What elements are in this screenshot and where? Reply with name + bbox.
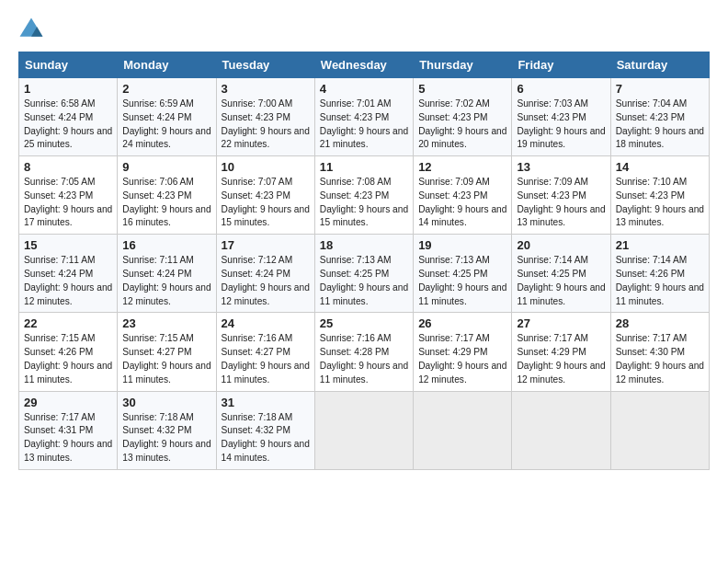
sunrise-label: Sunrise: 7:18 AM (222, 412, 293, 422)
calendar-cell: 21 Sunrise: 7:14 AM Sunset: 4:26 PM Dayl… (610, 235, 709, 313)
day-number: 24 (222, 316, 310, 330)
sunset-label: Sunset: 4:23 PM (320, 190, 389, 201)
daylight-label: Daylight: 9 hours and 24 minutes. (122, 126, 210, 150)
calendar-cell: 24 Sunrise: 7:16 AM Sunset: 4:27 PM Dayl… (216, 313, 314, 391)
sunrise-label: Sunrise: 7:02 AM (418, 98, 490, 109)
day-number: 2 (122, 82, 210, 96)
day-number: 7 (616, 82, 704, 96)
calendar-cell (314, 391, 413, 469)
day-number: 13 (517, 160, 605, 174)
daylight-label: Daylight: 9 hours and 11 minutes. (222, 361, 310, 385)
header-day-friday: Friday (512, 52, 610, 78)
day-info: Sunrise: 7:09 AM Sunset: 4:23 PM Dayligh… (517, 176, 605, 230)
day-info: Sunrise: 7:03 AM Sunset: 4:23 PM Dayligh… (517, 98, 605, 152)
daylight-label: Daylight: 9 hours and 13 minutes. (122, 439, 210, 463)
calendar-cell: 25 Sunrise: 7:16 AM Sunset: 4:28 PM Dayl… (314, 313, 413, 391)
sunrise-label: Sunrise: 7:10 AM (616, 177, 688, 187)
sunrise-label: Sunrise: 7:11 AM (122, 255, 194, 265)
calendar-week-4: 22 Sunrise: 7:15 AM Sunset: 4:26 PM Dayl… (19, 313, 710, 391)
day-info: Sunrise: 7:01 AM Sunset: 4:23 PM Dayligh… (320, 98, 408, 152)
day-info: Sunrise: 7:14 AM Sunset: 4:26 PM Dayligh… (616, 254, 704, 308)
calendar-cell: 7 Sunrise: 7:04 AM Sunset: 4:23 PM Dayli… (610, 78, 709, 156)
daylight-label: Daylight: 9 hours and 16 minutes. (122, 204, 210, 228)
day-info: Sunrise: 7:09 AM Sunset: 4:23 PM Dayligh… (418, 176, 506, 230)
day-info: Sunrise: 7:04 AM Sunset: 4:23 PM Dayligh… (616, 98, 704, 152)
logo-icon (18, 17, 44, 42)
sunset-label: Sunset: 4:23 PM (418, 190, 487, 201)
calendar-cell: 20 Sunrise: 7:14 AM Sunset: 4:25 PM Dayl… (512, 235, 610, 313)
day-info: Sunrise: 7:16 AM Sunset: 4:28 PM Dayligh… (320, 332, 408, 386)
day-info: Sunrise: 7:12 AM Sunset: 4:24 PM Dayligh… (222, 254, 310, 308)
sunrise-label: Sunrise: 7:01 AM (320, 98, 392, 109)
day-number: 4 (320, 82, 408, 96)
day-info: Sunrise: 7:07 AM Sunset: 4:23 PM Dayligh… (222, 176, 310, 230)
sunrise-label: Sunrise: 7:14 AM (517, 255, 588, 265)
day-number: 26 (418, 316, 506, 330)
calendar-week-5: 29 Sunrise: 7:17 AM Sunset: 4:31 PM Dayl… (19, 391, 710, 469)
calendar-week-3: 15 Sunrise: 7:11 AM Sunset: 4:24 PM Dayl… (19, 235, 710, 313)
sunrise-label: Sunrise: 7:09 AM (418, 177, 490, 187)
sunset-label: Sunset: 4:23 PM (320, 112, 389, 122)
sunset-label: Sunset: 4:23 PM (517, 112, 586, 122)
sunrise-label: Sunrise: 7:17 AM (418, 333, 490, 343)
calendar-week-2: 8 Sunrise: 7:05 AM Sunset: 4:23 PM Dayli… (19, 156, 710, 235)
sunrise-label: Sunrise: 7:18 AM (122, 412, 194, 422)
calendar-cell: 27 Sunrise: 7:17 AM Sunset: 4:29 PM Dayl… (512, 313, 610, 391)
daylight-label: Daylight: 9 hours and 13 minutes. (616, 204, 704, 228)
sunset-label: Sunset: 4:24 PM (122, 112, 191, 122)
sunset-label: Sunset: 4:23 PM (418, 112, 487, 122)
sunrise-label: Sunrise: 7:05 AM (24, 177, 96, 187)
logo (18, 17, 48, 42)
calendar-cell: 8 Sunrise: 7:05 AM Sunset: 4:23 PM Dayli… (19, 156, 118, 235)
sunrise-label: Sunrise: 7:00 AM (222, 98, 293, 109)
day-number: 23 (122, 316, 210, 330)
daylight-label: Daylight: 9 hours and 20 minutes. (418, 126, 506, 150)
sunset-label: Sunset: 4:29 PM (418, 347, 487, 357)
sunrise-label: Sunrise: 7:14 AM (616, 255, 688, 265)
sunset-label: Sunset: 4:28 PM (320, 347, 389, 357)
daylight-label: Daylight: 9 hours and 12 minutes. (122, 282, 210, 306)
daylight-label: Daylight: 9 hours and 25 minutes. (24, 126, 112, 150)
sunset-label: Sunset: 4:23 PM (222, 112, 290, 122)
day-number: 20 (517, 238, 605, 252)
calendar-cell: 2 Sunrise: 6:59 AM Sunset: 4:24 PM Dayli… (118, 78, 216, 156)
sunset-label: Sunset: 4:29 PM (517, 347, 586, 357)
day-number: 29 (24, 396, 112, 409)
sunset-label: Sunset: 4:23 PM (222, 190, 290, 201)
daylight-label: Daylight: 9 hours and 11 minutes. (517, 282, 605, 306)
calendar-cell: 30 Sunrise: 7:18 AM Sunset: 4:32 PM Dayl… (118, 391, 216, 469)
sunrise-label: Sunrise: 7:03 AM (517, 98, 588, 109)
day-number: 16 (122, 238, 210, 252)
calendar-cell: 9 Sunrise: 7:06 AM Sunset: 4:23 PM Dayli… (118, 156, 216, 235)
day-info: Sunrise: 7:13 AM Sunset: 4:25 PM Dayligh… (320, 254, 408, 308)
header-day-monday: Monday (118, 52, 216, 78)
day-number: 21 (616, 238, 704, 252)
calendar-cell: 14 Sunrise: 7:10 AM Sunset: 4:23 PM Dayl… (610, 156, 709, 235)
day-info: Sunrise: 7:06 AM Sunset: 4:23 PM Dayligh… (122, 176, 210, 230)
calendar-cell (610, 391, 709, 469)
calendar-header-row: SundayMondayTuesdayWednesdayThursdayFrid… (19, 52, 710, 78)
day-info: Sunrise: 7:08 AM Sunset: 4:23 PM Dayligh… (320, 176, 408, 230)
sunrise-label: Sunrise: 7:06 AM (122, 177, 194, 187)
day-number: 9 (122, 160, 210, 174)
day-info: Sunrise: 6:58 AM Sunset: 4:24 PM Dayligh… (24, 98, 112, 152)
day-info: Sunrise: 7:15 AM Sunset: 4:27 PM Dayligh… (122, 332, 210, 386)
daylight-label: Daylight: 9 hours and 11 minutes. (24, 361, 112, 385)
sunset-label: Sunset: 4:23 PM (616, 112, 685, 122)
calendar-cell (414, 391, 512, 469)
day-number: 1 (24, 82, 112, 96)
day-number: 3 (222, 82, 310, 96)
daylight-label: Daylight: 9 hours and 12 minutes. (616, 361, 704, 385)
sunset-label: Sunset: 4:26 PM (616, 269, 685, 279)
sunrise-label: Sunrise: 7:08 AM (320, 177, 392, 187)
day-info: Sunrise: 7:17 AM Sunset: 4:29 PM Dayligh… (517, 332, 605, 386)
calendar-cell: 23 Sunrise: 7:15 AM Sunset: 4:27 PM Dayl… (118, 313, 216, 391)
day-number: 12 (418, 160, 506, 174)
sunrise-label: Sunrise: 6:59 AM (122, 98, 194, 109)
calendar-cell: 11 Sunrise: 7:08 AM Sunset: 4:23 PM Dayl… (314, 156, 413, 235)
daylight-label: Daylight: 9 hours and 12 minutes. (222, 282, 310, 306)
day-info: Sunrise: 7:18 AM Sunset: 4:32 PM Dayligh… (222, 411, 310, 465)
page: SundayMondayTuesdayWednesdayThursdayFrid… (0, 0, 728, 479)
sunrise-label: Sunrise: 7:17 AM (24, 412, 96, 422)
sunrise-label: Sunrise: 7:12 AM (222, 255, 293, 265)
